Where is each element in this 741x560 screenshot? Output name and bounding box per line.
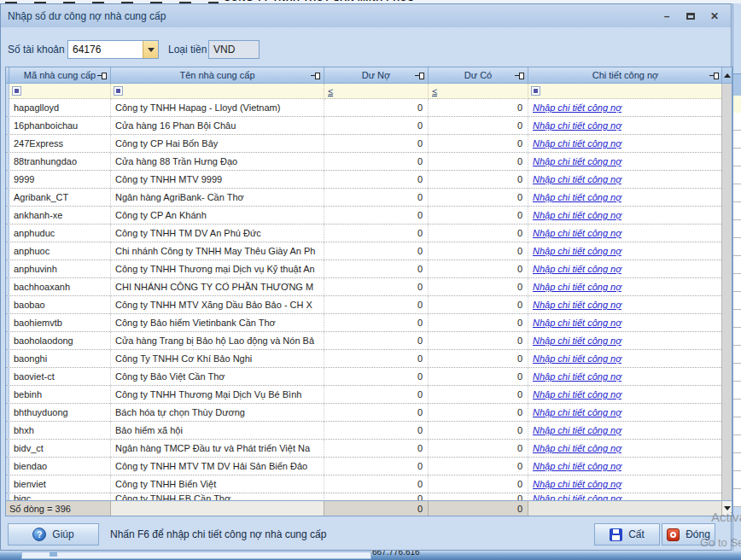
enter-debt-detail-link[interactable]: Nhập chi tiết công nợ	[533, 479, 621, 489]
filter-cell-du-no[interactable]: ≤	[324, 84, 429, 99]
table-row[interactable]: ankhanh-xe Công ty CP An Khánh 0 0 Nhập …	[6, 207, 732, 225]
detail-cell[interactable]: Nhập chi tiết công nợ	[528, 99, 723, 116]
filter-cell-du-co[interactable]: ≤	[429, 84, 528, 99]
filter-icon[interactable]	[12, 86, 21, 96]
supplier-code-cell[interactable]: 247Express	[9, 135, 111, 152]
scroll-up-button[interactable]	[721, 67, 732, 84]
du-no-cell[interactable]: 0	[324, 153, 429, 170]
table-row[interactable]: 16phanboichau Cửa hàng 16 Phan Bội Châu …	[6, 117, 732, 135]
du-no-cell[interactable]: 0	[324, 404, 429, 421]
du-co-cell[interactable]: 0	[429, 171, 528, 188]
table-row[interactable]: bidv_ct Ngân hàng TMCP Đầu tư và Phát tr…	[6, 440, 732, 458]
filter-icon[interactable]	[114, 86, 123, 96]
supplier-name-cell[interactable]: Công ty TNHH Thương mại Dịch vụ Kỹ thuật…	[111, 260, 324, 277]
enter-debt-detail-link[interactable]: Nhập chi tiết công nợ	[533, 389, 621, 400]
supplier-code-cell[interactable]: bhxh	[9, 422, 111, 439]
du-co-cell[interactable]: 0	[429, 386, 528, 403]
table-row[interactable]: bebinh Công ty TNHH Thương Mại Dịch Vụ B…	[6, 386, 732, 404]
supplier-name-cell[interactable]: Cửa hàng 88 Trần Hưng Đạo	[111, 153, 324, 170]
supplier-code-cell[interactable]: ankhanh-xe	[9, 207, 111, 224]
vertical-scrollbar[interactable]	[721, 84, 732, 500]
supplier-code-cell[interactable]: 88tranhungdao	[9, 153, 111, 170]
less-equal-operator[interactable]: ≤	[328, 86, 333, 96]
close-dialog-button[interactable]: Đóng	[662, 523, 715, 545]
table-row[interactable]: bhxh Bảo hiểm xã hội 0 0 Nhập chi tiết c…	[6, 422, 732, 440]
du-co-cell[interactable]: 0	[429, 350, 528, 367]
supplier-code-cell[interactable]: anphuvinh	[9, 260, 111, 277]
supplier-name-cell[interactable]: Công ty TNHH MTV 9999	[111, 171, 324, 188]
detail-cell[interactable]: Nhập chi tiết công nợ	[528, 135, 723, 152]
table-row[interactable]: anphuvinh Công ty TNHH Thương mại Dịch v…	[6, 260, 732, 278]
supplier-code-cell[interactable]: bienviet	[9, 475, 111, 493]
du-co-cell[interactable]: 0	[429, 422, 528, 439]
background-hscrollbar[interactable]	[21, 551, 371, 559]
help-button[interactable]: ? Giúp	[8, 523, 99, 545]
du-no-cell[interactable]: 0	[324, 242, 429, 260]
du-no-cell[interactable]: 0	[324, 386, 429, 403]
supplier-name-cell[interactable]: Công ty Bảo hiểm Vietinbank Cần Thơ	[111, 314, 324, 331]
du-co-cell[interactable]: 0	[429, 153, 528, 170]
filter-cell-name[interactable]	[111, 84, 324, 99]
du-co-cell[interactable]: 0	[429, 332, 528, 349]
du-co-cell[interactable]: 0	[429, 368, 528, 385]
supplier-name-cell[interactable]: Cửa hàng 16 Phan Bội Châu	[111, 117, 324, 134]
enter-debt-detail-link[interactable]: Nhập chi tiết công nợ	[533, 174, 621, 184]
du-co-cell[interactable]: 0	[429, 242, 528, 260]
supplier-name-cell[interactable]: Bách hóa tự chọn Thùy Dương	[111, 404, 324, 421]
du-co-cell[interactable]: 0	[429, 117, 528, 134]
du-co-cell[interactable]: 0	[429, 440, 528, 457]
du-no-cell[interactable]: 0	[324, 189, 429, 206]
du-no-cell[interactable]: 0	[324, 225, 429, 242]
detail-cell[interactable]: Nhập chi tiết công nợ	[528, 260, 723, 277]
du-co-cell[interactable]: 0	[429, 135, 528, 152]
enter-debt-detail-link[interactable]: Nhập chi tiết công nợ	[533, 282, 621, 292]
supplier-name-cell[interactable]: Ngân hàng AgriBank- Cần Thơ	[111, 189, 324, 206]
detail-cell[interactable]: Nhập chi tiết công nợ	[528, 296, 723, 313]
filter-cell-code[interactable]	[9, 84, 111, 99]
table-row[interactable]: 9999 Công ty TNHH MTV 9999 0 0 Nhập chi …	[6, 171, 732, 189]
du-co-cell[interactable]: 0	[429, 99, 528, 116]
detail-cell[interactable]: Nhập chi tiết công nợ	[528, 350, 723, 367]
supplier-name-cell[interactable]: Chi nhánh Công ty TNHH May Thêu Giày An …	[111, 242, 324, 260]
detail-cell[interactable]: Nhập chi tiết công nợ	[528, 422, 723, 439]
detail-cell[interactable]: Nhập chi tiết công nợ	[528, 153, 723, 170]
enter-debt-detail-link[interactable]: Nhập chi tiết công nợ	[533, 443, 621, 453]
filter-cell-detail[interactable]	[528, 84, 723, 99]
detail-cell[interactable]: Nhập chi tiết công nợ	[528, 332, 723, 349]
enter-debt-detail-link[interactable]: Nhập chi tiết công nợ	[533, 300, 621, 310]
du-co-cell[interactable]: 0	[429, 189, 528, 206]
detail-cell[interactable]: Nhập chi tiết công nợ	[528, 386, 723, 403]
supplier-code-cell[interactable]: biendao	[9, 458, 111, 475]
detail-cell[interactable]: Nhập chi tiết công nợ	[528, 171, 723, 188]
du-no-cell[interactable]: 0	[324, 296, 429, 313]
table-row[interactable]: baohiemvtb Công ty Bảo hiểm Vietinbank C…	[6, 314, 732, 332]
supplier-name-cell[interactable]: Công ty TNHH MTV TM DV Hải Sản Biển Đảo	[111, 458, 324, 475]
du-no-cell[interactable]: 0	[324, 135, 429, 152]
supplier-name-cell[interactable]: Bảo hiểm xã hội	[111, 422, 324, 439]
du-no-cell[interactable]: 0	[324, 440, 429, 457]
table-row[interactable]: baoviet-ct Công ty Bảo Việt Cần Thơ 0 0 …	[6, 368, 732, 386]
du-no-cell[interactable]: 0	[324, 458, 429, 475]
du-co-cell[interactable]: 0	[429, 404, 528, 421]
enter-debt-detail-link[interactable]: Nhập chi tiết công nợ	[533, 371, 621, 382]
enter-debt-detail-link[interactable]: Nhập chi tiết công nợ	[533, 461, 621, 471]
table-row[interactable]: baonghi Công Ty TNHH Cơ Khí Bảo Nghi 0 0…	[6, 350, 732, 368]
du-no-cell[interactable]: 0	[324, 332, 429, 349]
supplier-name-cell[interactable]: Công ty TNHH MTV Xăng Dầu Bảo Bảo - CH X	[111, 296, 324, 313]
table-row[interactable]: 247Express Công ty CP Hai Bốn Bảy 0 0 Nh…	[6, 135, 732, 153]
du-no-cell[interactable]: 0	[324, 368, 429, 385]
maximize-button[interactable]	[681, 9, 700, 24]
supplier-code-cell[interactable]: Agribank_CT	[9, 189, 111, 206]
supplier-code-cell[interactable]: anphuduc	[9, 225, 111, 242]
table-row[interactable]: bachhoaxanh CHI NHÁNH CÔNG TY CỔ PHẦN TH…	[6, 278, 732, 296]
detail-cell[interactable]: Nhập chi tiết công nợ	[528, 225, 723, 242]
table-row[interactable]: hapaglloyd Công ty TNHH Hapag - Lloyd (V…	[6, 99, 732, 117]
supplier-name-cell[interactable]: Công ty CP Hai Bốn Bảy	[111, 135, 324, 152]
detail-cell[interactable]: Nhập chi tiết công nợ	[528, 278, 723, 295]
supplier-code-cell[interactable]: bachhoaxanh	[9, 278, 111, 295]
du-co-cell[interactable]: 0	[429, 207, 528, 224]
detail-cell[interactable]: Nhập chi tiết công nợ	[528, 440, 723, 457]
pin-icon[interactable]	[311, 73, 320, 79]
du-no-cell[interactable]: 0	[324, 278, 429, 295]
enter-debt-detail-link[interactable]: Nhập chi tiết công nợ	[533, 407, 621, 417]
